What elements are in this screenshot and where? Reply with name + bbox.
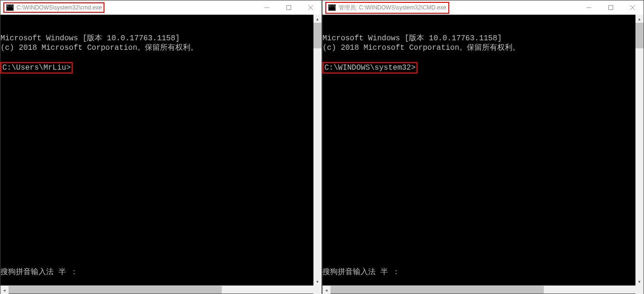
scroll-corner [635,285,644,294]
scrollbar-vertical-right[interactable]: ▴ ▾ [635,15,644,285]
window-title-left: C:\WINDOWS\system32\cmd.exe [17,4,102,11]
prompt-right: C:\WINDOWS\system32> [322,62,417,74]
minimize-button[interactable] [578,0,600,15]
version-line: Microsoft Windows [版本 10.0.17763.1158] [0,34,180,43]
scrollbar-horizontal-right[interactable]: ◂ ▸ [322,285,644,294]
scroll-track-vertical[interactable] [313,23,322,277]
prompt-left: C:\Users\MrLiu> [0,62,73,74]
titlebar-left[interactable]: C:\WINDOWS\system32\cmd.exe [0,0,322,15]
window-controls-left [256,0,322,15]
scroll-up-icon[interactable]: ▴ [313,15,322,23]
scroll-thumb-vertical[interactable] [635,23,644,48]
copyright-line: (c) 2018 Microsoft Corporation。保留所有权利。 [322,44,520,52]
minimize-button[interactable] [256,0,278,15]
scrollbar-vertical-left[interactable]: ▴ ▾ [313,15,322,285]
scroll-track-horizontal[interactable] [331,286,635,294]
close-button[interactable] [622,0,644,15]
titlebar-right[interactable]: 管理员: C:\WINDOWS\system32\CMD.exe [322,0,644,15]
window-controls-right [578,0,644,15]
maximize-button[interactable] [278,0,300,15]
window-title-right: 管理员: C:\WINDOWS\system32\CMD.exe [339,4,446,12]
cmd-icon [328,4,336,11]
cmd-window-left: C:\WINDOWS\system32\cmd.exe Microsoft Wi… [0,0,322,294]
scroll-thumb-vertical[interactable] [313,23,322,48]
version-line: Microsoft Windows [版本 10.0.17763.1158] [322,34,502,43]
scroll-up-icon[interactable]: ▴ [635,15,644,23]
terminal-content-left: Microsoft Windows [版本 10.0.17763.1158] (… [0,34,322,74]
scroll-track-horizontal[interactable] [9,286,313,294]
title-highlight-left: C:\WINDOWS\system32\cmd.exe [3,2,104,13]
scroll-thumb-horizontal[interactable] [331,286,544,294]
copyright-line: (c) 2018 Microsoft Corporation。保留所有权利。 [0,44,198,52]
terminal-right[interactable]: Microsoft Windows [版本 10.0.17763.1158] (… [322,15,644,285]
terminal-content-right: Microsoft Windows [版本 10.0.17763.1158] (… [322,34,644,74]
maximize-button[interactable] [600,0,622,15]
cmd-icon [6,4,14,11]
scroll-down-icon[interactable]: ▾ [635,277,644,285]
terminal-left[interactable]: Microsoft Windows [版本 10.0.17763.1158] (… [0,15,322,285]
close-button[interactable] [300,0,322,15]
svg-rect-5 [609,6,613,10]
scroll-left-icon[interactable]: ◂ [322,286,331,294]
scroll-thumb-horizontal[interactable] [9,286,222,294]
scroll-track-vertical[interactable] [635,23,644,277]
cmd-window-right: 管理员: C:\WINDOWS\system32\CMD.exe Microso… [322,0,644,294]
scroll-left-icon[interactable]: ◂ [0,286,9,294]
ime-status-right: 搜狗拼音输入法 半 ： [322,267,400,277]
ime-status-left: 搜狗拼音输入法 半 ： [0,267,78,277]
scroll-corner [313,285,322,294]
title-highlight-right: 管理员: C:\WINDOWS\system32\CMD.exe [325,2,449,14]
scrollbar-horizontal-left[interactable]: ◂ ▸ [0,285,322,294]
svg-rect-1 [287,6,291,10]
scroll-down-icon[interactable]: ▾ [313,277,322,285]
